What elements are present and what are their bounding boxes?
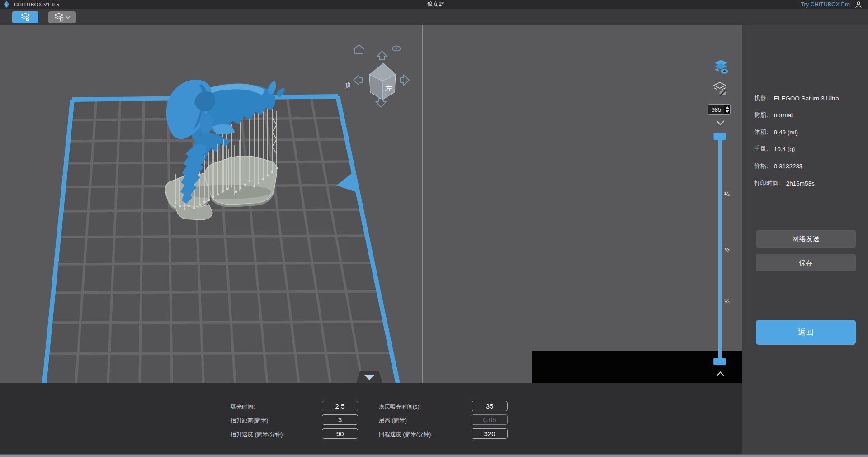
settings-panel [0, 383, 742, 457]
rotate-right-arrow[interactable] [401, 75, 409, 85]
print-time-label: 打印时间: [754, 179, 780, 187]
chevron-down-icon [66, 16, 70, 19]
slice-view-button[interactable] [12, 11, 38, 23]
save-button[interactable]: 保存 [756, 254, 856, 271]
account-icon[interactable] [855, 1, 862, 8]
app-title: CHITUBOX V1.9.5 [14, 2, 59, 7]
layer-slider-top-handle[interactable] [713, 133, 726, 140]
title-bar: CHITUBOX V1.9.5 _狼女2* Try CHITUBOX Pro [0, 0, 868, 9]
hide-layers-icon[interactable] [712, 81, 728, 97]
document-title: _狼女2* [0, 0, 868, 8]
back-button[interactable]: 返回 [756, 320, 856, 345]
bottom-exposure-time-input[interactable] [472, 401, 508, 411]
layer-height-label: 层高 (毫米) [379, 416, 407, 424]
toolbar [0, 9, 868, 25]
resin-label: 树脂: [754, 111, 768, 119]
lift-distance-label: 抬升距离(毫米): [231, 416, 270, 424]
home-view-icon[interactable] [354, 45, 364, 53]
layer-slider-bottom-handle[interactable] [713, 358, 726, 365]
slice-file-icon [54, 13, 64, 22]
retract-speed-label: 回程速度 (毫米/分钟): [379, 430, 433, 438]
rotate-up-arrow[interactable] [377, 51, 387, 60]
volume-label: 体积: [754, 128, 768, 136]
exposure-time-label: 曝光时间: [231, 403, 255, 411]
info-row-volume: 体积: 9.49 (ml) [754, 128, 798, 136]
slider-mark-three-quarter: ¾ [724, 298, 735, 305]
network-send-button[interactable]: 网络发送 [756, 230, 856, 248]
info-row-print-time: 打印时间: 2h16m53s [754, 179, 815, 187]
bottom-edge-strip [0, 455, 868, 457]
layer-number-spinbox[interactable]: 985 [708, 104, 731, 115]
layer-range-track[interactable] [718, 136, 722, 361]
print-time-value: 2h16m53s [786, 180, 815, 187]
view-cube-front-label: 左 [385, 85, 392, 92]
lift-speed-label: 抬升速度 (毫米/分钟): [231, 430, 284, 438]
info-row-machine: 机器: ELEGOO Saturn 3 Ultra [754, 94, 839, 102]
spin-up-icon[interactable] [726, 106, 729, 109]
machine-label: 机器: [754, 94, 768, 102]
perspective-eye-icon[interactable] [393, 46, 401, 51]
retract-speed-input[interactable] [472, 428, 508, 439]
layer-number-value: 985 [708, 105, 724, 114]
price-value: 0.313223$ [774, 163, 803, 170]
lift-speed-input[interactable] [322, 428, 358, 439]
view-navigation: 顶 左 [345, 45, 409, 107]
try-chitubox-pro-link[interactable]: Try CHITUBOX Pro [801, 1, 850, 8]
lift-distance-input[interactable] [322, 414, 358, 425]
bottom-exposure-time-label: 底层曝光时间(s): [379, 403, 421, 411]
slice-layers-icon [20, 13, 30, 22]
slice-export-button[interactable] [48, 11, 76, 23]
price-label: 价格: [754, 162, 768, 170]
info-row-price: 价格: 0.313223$ [754, 162, 803, 170]
viewport-bottom-tab[interactable] [356, 371, 382, 383]
rotate-down-arrow[interactable] [376, 99, 386, 107]
layer-height-input [472, 414, 508, 425]
layer-spin-arrows[interactable] [724, 105, 730, 114]
slice-preview-area[interactable] [532, 351, 742, 383]
rotate-left-arrow[interactable] [354, 75, 362, 85]
view-cube[interactable]: 顶 左 [345, 63, 396, 100]
viewport-3d[interactable]: 顶 左 [0, 25, 742, 383]
exposure-time-input[interactable] [322, 401, 358, 411]
info-row-resin: 树脂: normal [754, 111, 793, 119]
spin-down-icon[interactable] [726, 110, 729, 113]
slider-mark-half: ½ [724, 246, 735, 253]
chitubox-logo-icon [3, 1, 10, 8]
view-cube-top-label: 顶 [345, 81, 351, 90]
info-row-weight: 重量: 10.4 (g) [754, 145, 795, 153]
slider-mark-quarter: ¼ [724, 190, 735, 198]
show-layers-icon[interactable] [713, 59, 729, 75]
weight-label: 重量: [754, 145, 768, 153]
weight-value: 10.4 (g) [774, 146, 795, 152]
volume-value: 9.49 (ml) [774, 129, 798, 136]
machine-value: ELEGOO Saturn 3 Ultra [774, 95, 839, 102]
resin-value: normal [774, 112, 793, 119]
